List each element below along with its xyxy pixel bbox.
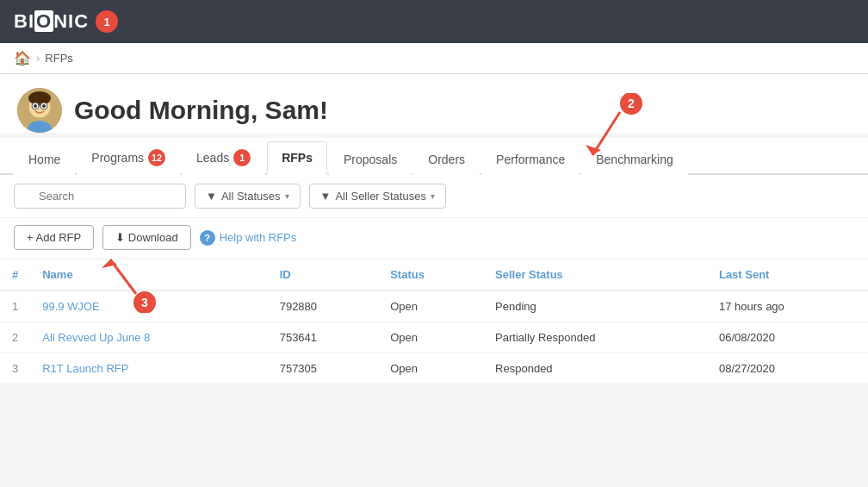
breadcrumb-separator: › xyxy=(36,52,40,65)
col-last-sent[interactable]: Last Sent xyxy=(707,259,868,290)
row-id: 757305 xyxy=(268,353,379,384)
avatar xyxy=(17,88,62,133)
greeting-text: Good Morning, Sam! xyxy=(74,96,328,125)
leads-badge: 1 xyxy=(233,149,251,166)
table-row: 3 R1T Launch RFP 757305 Open Responded 0… xyxy=(0,353,868,384)
row-last-sent: 08/27/2020 xyxy=(707,353,868,384)
row-seller-status: Responded xyxy=(483,353,707,384)
breadcrumb-current: RFPs xyxy=(45,52,73,65)
col-status[interactable]: Status xyxy=(378,259,483,290)
col-name[interactable]: Name xyxy=(30,259,267,290)
app-header: BIONIC 1 xyxy=(0,0,868,43)
row-num: 2 xyxy=(0,322,30,353)
tab-rfps[interactable]: RFPs xyxy=(267,141,327,175)
chevron-down-icon-2: ▾ xyxy=(431,191,435,201)
tab-proposals[interactable]: Proposals xyxy=(329,143,412,175)
search-input[interactable] xyxy=(14,184,186,209)
row-last-sent: 17 hours ago xyxy=(707,290,868,322)
row-status: Open xyxy=(378,353,483,384)
tab-benchmarking[interactable]: Benchmarking xyxy=(581,143,688,175)
row-id: 753641 xyxy=(268,322,379,353)
status-filter[interactable]: ▼ All Statuses ▾ xyxy=(195,184,301,209)
table-row: 2 All Revved Up June 8 753641 Open Parti… xyxy=(0,322,868,353)
home-icon[interactable]: 🏠 xyxy=(14,50,31,66)
toolbar: 🔍 ▼ All Statuses ▾ ▼ All Seller Statuses… xyxy=(0,175,868,218)
logo-nic: NIC xyxy=(53,10,89,32)
search-wrapper: 🔍 xyxy=(14,184,186,209)
programs-badge: 12 xyxy=(148,149,165,166)
filter-icon: ▼ xyxy=(206,190,217,203)
tab-performance[interactable]: Performance xyxy=(481,143,580,175)
row-num: 3 xyxy=(0,353,30,384)
tab-programs[interactable]: Programs 12 xyxy=(77,140,180,175)
table-row: 1 99.9 WJOE 792880 Open Pending 17 hours… xyxy=(0,290,868,322)
col-seller-status[interactable]: Seller Status xyxy=(483,259,707,290)
row-status: Open xyxy=(378,322,483,353)
col-number: # xyxy=(0,259,30,290)
row-name[interactable]: R1T Launch RFP xyxy=(30,353,267,384)
logo: BIONIC xyxy=(14,10,89,33)
greeting-section: Good Morning, Sam! xyxy=(0,74,868,133)
row-seller-status: Pending xyxy=(483,290,707,322)
help-icon: ? xyxy=(200,230,215,246)
tab-leads[interactable]: Leads 1 xyxy=(182,140,265,175)
row-name[interactable]: All Revved Up June 8 xyxy=(30,322,267,353)
row-num: 1 xyxy=(0,290,30,322)
actions-bar: + Add RFP ⬇ Download ? Help with RFPs 3 xyxy=(0,218,868,259)
help-button[interactable]: ? Help with RFPs xyxy=(200,230,297,246)
svg-point-7 xyxy=(42,104,46,108)
row-seller-status: Partially Responded xyxy=(483,322,707,353)
seller-status-filter[interactable]: ▼ All Seller Statuses ▾ xyxy=(309,184,446,209)
rfps-table: # Name ID Status Seller Status Last Sent… xyxy=(0,259,868,384)
download-button[interactable]: ⬇ Download xyxy=(102,225,190,250)
row-status: Open xyxy=(378,290,483,322)
logo-o: O xyxy=(34,10,53,32)
svg-point-3 xyxy=(28,91,51,105)
tab-orders[interactable]: Orders xyxy=(413,143,480,175)
breadcrumb: 🏠 › RFPs xyxy=(0,43,868,74)
tabs-bar: Home Programs 12 Leads 1 RFPs Proposals … xyxy=(0,138,868,175)
add-rfp-button[interactable]: + Add RFP xyxy=(14,225,94,250)
chevron-down-icon: ▾ xyxy=(285,191,289,201)
tab-home[interactable]: Home xyxy=(14,143,75,175)
row-name[interactable]: 99.9 WJOE xyxy=(30,290,267,322)
row-last-sent: 06/08/2020 xyxy=(707,322,868,353)
svg-point-6 xyxy=(34,104,37,108)
row-id: 792880 xyxy=(268,290,379,322)
header-badge: 1 xyxy=(96,10,118,33)
logo-bi: BI xyxy=(14,10,34,32)
filter2-icon: ▼ xyxy=(320,190,332,203)
col-id[interactable]: ID xyxy=(268,259,379,290)
